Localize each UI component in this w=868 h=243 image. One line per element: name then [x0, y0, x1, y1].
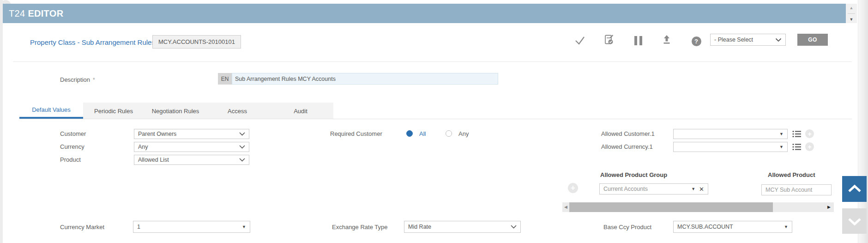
currency-value: Any	[138, 144, 148, 150]
horizontal-scrollbar[interactable]: ◀ ▶	[562, 202, 834, 212]
header-divider	[13, 61, 852, 62]
dropdown-triangle-icon: ▼	[242, 225, 246, 229]
document-check-icon	[603, 34, 615, 46]
add-product-group-button[interactable]: +	[568, 183, 578, 193]
dropdown-triangle-icon: ▼	[779, 145, 784, 149]
base-ccy-product-label: Base Ccy Product	[603, 224, 651, 231]
allowed-product-header: Allowed Product	[768, 171, 815, 178]
chevron-up-icon	[847, 184, 862, 194]
dropdown-triangle-icon: ▼	[779, 132, 784, 136]
currency-label: Currency	[60, 143, 84, 150]
header-scroll-control[interactable]: ▲ ▼	[846, 4, 857, 23]
divider	[848, 13, 855, 14]
app-name: T24	[9, 8, 25, 18]
tab-periodic-rules[interactable]: Periodic Rules	[83, 103, 144, 119]
allowed-currency-select[interactable]: ▼	[673, 142, 788, 152]
required-customer-label: Required Customer	[330, 130, 382, 137]
validate-button[interactable]	[574, 34, 586, 46]
add-customer-button[interactable]: +	[805, 129, 814, 138]
allowed-product-group-header: Allowed Product Group	[600, 171, 667, 178]
commit-button[interactable]	[603, 34, 615, 46]
currency-market-label: Currency Market	[60, 224, 104, 231]
language-badge: EN	[218, 73, 232, 85]
plus-icon: +	[808, 143, 811, 151]
tab-bar: Default Values Periodic Rules Negotiatio…	[19, 103, 333, 119]
plus-icon: +	[808, 130, 811, 138]
allowed-product-input[interactable]	[761, 184, 832, 195]
chevron-down-icon	[847, 217, 862, 226]
h-scroll-right-icon[interactable]: ▶	[827, 205, 831, 209]
radio-any-label[interactable]: Any	[458, 130, 469, 137]
hold-button[interactable]	[632, 35, 644, 47]
allowed-product-group-select[interactable]: Current Accounts ▼ ✕	[599, 183, 708, 194]
action-dropdown[interactable]: - Please Select	[710, 34, 786, 46]
radio-all[interactable]	[406, 130, 413, 137]
exchange-rate-type-select[interactable]: Mid Rate	[404, 221, 521, 233]
tab-access[interactable]: Access	[207, 103, 268, 119]
radio-all-label[interactable]: All	[419, 130, 426, 137]
description-input[interactable]	[232, 73, 498, 85]
base-ccy-product-value: MCY.SUB.ACCOUNT	[677, 224, 733, 230]
radio-any[interactable]	[446, 130, 452, 137]
page-up-button[interactable]	[842, 176, 867, 202]
base-ccy-product-select[interactable]: MCY.SUB.ACCOUNT ▼	[673, 221, 792, 233]
h-scroll-left-icon[interactable]: ◀	[564, 205, 567, 209]
allowed-customer-label: Allowed Customer.1	[601, 130, 655, 137]
app-name-bold: EDITOR	[28, 8, 63, 18]
exchange-rate-type-value: Mid Rate	[408, 224, 431, 230]
plus-icon: +	[571, 184, 575, 192]
left-gutter	[0, 0, 3, 243]
go-button[interactable]: GO	[797, 34, 828, 46]
currency-market-select[interactable]: 1 ▼	[133, 221, 250, 233]
action-dropdown-value: - Please Select	[714, 36, 753, 43]
chevron-down-icon	[239, 132, 245, 136]
dropdown-triangle-icon: ▼	[691, 187, 695, 191]
t24-editor-window: T24EDITOR ▲ ▼ Property Class - Sub Arran…	[0, 0, 868, 243]
customer-value: Parent Owners	[138, 131, 176, 137]
allowed-currency-label: Allowed Currency.1	[601, 143, 653, 150]
product-label: Product	[60, 156, 81, 163]
record-title: Property Class - Sub Arrangement Rules	[30, 38, 155, 46]
tab-negotiation-rules[interactable]: Negotiation Rules	[144, 103, 207, 119]
dropdown-triangle-icon: ▼	[784, 225, 788, 229]
chevron-down-icon	[239, 145, 245, 149]
tab-default-values[interactable]: Default Values	[19, 103, 83, 119]
add-currency-button[interactable]: +	[805, 142, 814, 151]
description-label-text: Description	[60, 76, 90, 83]
h-scroll-thumb[interactable]	[569, 202, 773, 212]
product-value: Allowed List	[138, 157, 169, 163]
allowed-customer-select[interactable]: ▼	[673, 129, 788, 139]
pause-icon	[634, 36, 642, 45]
expand-currency-list-icon[interactable]	[792, 143, 802, 151]
clear-icon[interactable]: ✕	[699, 186, 704, 193]
chevron-down-icon	[511, 225, 517, 229]
required-mark: *	[93, 77, 95, 83]
currency-market-value: 1	[137, 224, 140, 230]
product-select[interactable]: Allowed List	[134, 155, 249, 165]
allowed-product-group-value: Current Accounts	[603, 186, 648, 192]
tab-audit[interactable]: Audit	[268, 103, 333, 119]
chevron-down-icon	[239, 158, 245, 162]
scroll-down-icon[interactable]: ▼	[850, 17, 854, 22]
upload-icon	[661, 34, 673, 46]
currency-select[interactable]: Any	[134, 142, 249, 152]
page-down-button[interactable]	[842, 208, 867, 234]
scroll-up-icon[interactable]: ▲	[850, 6, 854, 10]
customer-label: Customer	[60, 130, 86, 137]
exchange-rate-type-label: Exchange Rate Type	[332, 224, 387, 231]
tab-divider	[19, 119, 852, 119]
help-button[interactable]: ?	[690, 35, 702, 47]
chevron-down-icon	[775, 38, 782, 42]
app-header: T24EDITOR	[3, 4, 846, 23]
customer-select[interactable]: Parent Owners	[134, 129, 249, 139]
description-label: Description*	[60, 76, 95, 83]
help-icon: ?	[692, 36, 701, 46]
record-id-badge: MCY.ACCOUNTS-20100101	[152, 35, 241, 49]
expand-customer-list-icon[interactable]	[792, 130, 802, 138]
check-icon	[574, 34, 586, 46]
upload-button[interactable]	[661, 34, 673, 46]
vertical-scrollbar[interactable]	[858, 0, 868, 243]
